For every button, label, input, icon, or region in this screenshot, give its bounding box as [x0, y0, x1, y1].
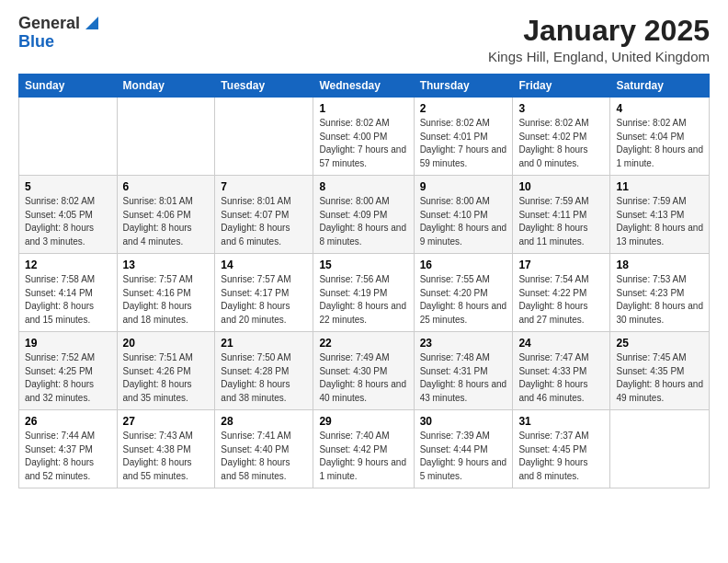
day-number: 6 [123, 180, 210, 193]
table-row: 27Sunrise: 7:43 AM Sunset: 4:38 PM Dayli… [117, 410, 215, 488]
svg-marker-0 [85, 17, 98, 29]
table-row: 28Sunrise: 7:41 AM Sunset: 4:40 PM Dayli… [215, 410, 313, 488]
day-info: Sunrise: 8:02 AM Sunset: 4:05 PM Dayligh… [25, 195, 111, 248]
table-row: 18Sunrise: 7:53 AM Sunset: 4:23 PM Dayli… [610, 254, 710, 332]
day-info: Sunrise: 7:57 AM Sunset: 4:17 PM Dayligh… [221, 273, 307, 327]
day-number: 18 [616, 259, 703, 271]
logo-blue: Blue [18, 32, 54, 51]
table-row [117, 98, 215, 176]
day-info: Sunrise: 7:49 AM Sunset: 4:30 PM Dayligh… [319, 351, 407, 405]
day-number: 7 [221, 180, 307, 193]
table-row: 2Sunrise: 8:02 AM Sunset: 4:01 PM Daylig… [414, 98, 513, 176]
day-info: Sunrise: 7:53 AM Sunset: 4:23 PM Dayligh… [616, 273, 703, 327]
day-number: 19 [25, 337, 111, 350]
table-row: 30Sunrise: 7:39 AM Sunset: 4:44 PM Dayli… [414, 410, 513, 488]
table-row: 10Sunrise: 7:59 AM Sunset: 4:11 PM Dayli… [513, 176, 610, 254]
table-row: 17Sunrise: 7:54 AM Sunset: 4:22 PM Dayli… [513, 254, 610, 332]
table-row: 11Sunrise: 7:59 AM Sunset: 4:13 PM Dayli… [610, 176, 710, 254]
day-number: 9 [420, 180, 507, 193]
header-friday: Friday [513, 75, 610, 98]
day-info: Sunrise: 7:54 AM Sunset: 4:22 PM Dayligh… [518, 273, 604, 327]
day-info: Sunrise: 8:02 AM Sunset: 4:04 PM Dayligh… [616, 117, 703, 170]
table-row [610, 410, 710, 488]
table-row: 14Sunrise: 7:57 AM Sunset: 4:17 PM Dayli… [215, 254, 313, 332]
calendar-week-row: 5Sunrise: 8:02 AM Sunset: 4:05 PM Daylig… [19, 176, 710, 254]
day-number: 21 [221, 337, 307, 350]
table-row: 5Sunrise: 8:02 AM Sunset: 4:05 PM Daylig… [19, 176, 118, 254]
day-number: 23 [420, 337, 507, 350]
day-number: 17 [518, 259, 604, 271]
day-number: 13 [123, 259, 210, 271]
day-info: Sunrise: 7:43 AM Sunset: 4:38 PM Dayligh… [123, 430, 210, 483]
day-info: Sunrise: 7:50 AM Sunset: 4:28 PM Dayligh… [221, 351, 307, 405]
table-row: 8Sunrise: 8:00 AM Sunset: 4:09 PM Daylig… [313, 176, 414, 254]
table-row: 1Sunrise: 8:02 AM Sunset: 4:00 PM Daylig… [313, 98, 414, 176]
header-thursday: Thursday [414, 75, 513, 98]
day-info: Sunrise: 8:02 AM Sunset: 4:02 PM Dayligh… [518, 117, 604, 170]
day-info: Sunrise: 7:51 AM Sunset: 4:26 PM Dayligh… [123, 351, 210, 405]
title-location: Kings Hill, England, United Kingdom [488, 49, 710, 64]
day-number: 31 [518, 415, 604, 428]
table-row: 26Sunrise: 7:44 AM Sunset: 4:37 PM Dayli… [19, 410, 118, 488]
page: General Blue January 2025 Kings Hill, En… [0, 0, 728, 503]
day-number: 12 [25, 259, 111, 271]
calendar-week-row: 12Sunrise: 7:58 AM Sunset: 4:14 PM Dayli… [19, 254, 710, 332]
day-info: Sunrise: 7:41 AM Sunset: 4:40 PM Dayligh… [221, 430, 307, 483]
day-number: 5 [25, 180, 111, 193]
day-info: Sunrise: 8:02 AM Sunset: 4:01 PM Dayligh… [420, 117, 507, 170]
day-number: 30 [420, 415, 507, 428]
day-number: 4 [616, 102, 703, 115]
table-row: 23Sunrise: 7:48 AM Sunset: 4:31 PM Dayli… [414, 332, 513, 410]
weekday-header-row: Sunday Monday Tuesday Wednesday Thursday… [19, 75, 710, 98]
day-number: 2 [420, 102, 507, 115]
day-number: 29 [319, 415, 407, 428]
table-row: 25Sunrise: 7:45 AM Sunset: 4:35 PM Dayli… [610, 332, 710, 410]
table-row: 15Sunrise: 7:56 AM Sunset: 4:19 PM Dayli… [313, 254, 414, 332]
table-row: 22Sunrise: 7:49 AM Sunset: 4:30 PM Dayli… [313, 332, 414, 410]
day-info: Sunrise: 8:01 AM Sunset: 4:07 PM Dayligh… [221, 195, 307, 248]
day-number: 3 [518, 102, 604, 115]
day-number: 16 [420, 259, 507, 271]
day-info: Sunrise: 8:01 AM Sunset: 4:06 PM Dayligh… [123, 195, 210, 248]
day-number: 22 [319, 337, 407, 350]
day-number: 20 [123, 337, 210, 350]
day-number: 15 [319, 259, 407, 271]
table-row: 19Sunrise: 7:52 AM Sunset: 4:25 PM Dayli… [19, 332, 118, 410]
day-info: Sunrise: 7:56 AM Sunset: 4:19 PM Dayligh… [319, 273, 407, 327]
day-number: 10 [518, 180, 604, 193]
day-number: 8 [319, 180, 407, 193]
header-sunday: Sunday [19, 75, 118, 98]
day-info: Sunrise: 8:02 AM Sunset: 4:00 PM Dayligh… [319, 117, 407, 170]
day-info: Sunrise: 7:40 AM Sunset: 4:42 PM Dayligh… [319, 430, 407, 483]
day-number: 14 [221, 259, 307, 271]
day-info: Sunrise: 7:59 AM Sunset: 4:13 PM Dayligh… [616, 195, 703, 248]
day-number: 26 [25, 415, 111, 428]
table-row: 9Sunrise: 8:00 AM Sunset: 4:10 PM Daylig… [414, 176, 513, 254]
day-info: Sunrise: 7:58 AM Sunset: 4:14 PM Dayligh… [25, 273, 111, 327]
table-row [215, 98, 313, 176]
table-row: 7Sunrise: 8:01 AM Sunset: 4:07 PM Daylig… [215, 176, 313, 254]
day-number: 25 [616, 337, 703, 350]
table-row [19, 98, 118, 176]
header-wednesday: Wednesday [313, 75, 414, 98]
day-info: Sunrise: 7:59 AM Sunset: 4:11 PM Dayligh… [518, 195, 604, 248]
day-info: Sunrise: 7:39 AM Sunset: 4:44 PM Dayligh… [420, 430, 507, 483]
day-number: 27 [123, 415, 210, 428]
calendar-table: Sunday Monday Tuesday Wednesday Thursday… [18, 74, 710, 488]
day-number: 28 [221, 415, 307, 428]
table-row: 16Sunrise: 7:55 AM Sunset: 4:20 PM Dayli… [414, 254, 513, 332]
table-row: 12Sunrise: 7:58 AM Sunset: 4:14 PM Dayli… [19, 254, 118, 332]
day-info: Sunrise: 7:37 AM Sunset: 4:45 PM Dayligh… [518, 430, 604, 483]
day-info: Sunrise: 8:00 AM Sunset: 4:09 PM Dayligh… [319, 195, 407, 248]
calendar-week-row: 19Sunrise: 7:52 AM Sunset: 4:25 PM Dayli… [19, 332, 710, 410]
calendar-week-row: 1Sunrise: 8:02 AM Sunset: 4:00 PM Daylig… [19, 98, 710, 176]
table-row: 21Sunrise: 7:50 AM Sunset: 4:28 PM Dayli… [215, 332, 313, 410]
table-row: 20Sunrise: 7:51 AM Sunset: 4:26 PM Dayli… [117, 332, 215, 410]
day-info: Sunrise: 7:57 AM Sunset: 4:16 PM Dayligh… [123, 273, 210, 327]
day-info: Sunrise: 7:44 AM Sunset: 4:37 PM Dayligh… [25, 430, 111, 483]
day-info: Sunrise: 7:45 AM Sunset: 4:35 PM Dayligh… [616, 351, 703, 405]
calendar-week-row: 26Sunrise: 7:44 AM Sunset: 4:37 PM Dayli… [19, 410, 710, 488]
table-row: 6Sunrise: 8:01 AM Sunset: 4:06 PM Daylig… [117, 176, 215, 254]
header-saturday: Saturday [610, 75, 710, 98]
day-info: Sunrise: 7:55 AM Sunset: 4:20 PM Dayligh… [420, 273, 507, 327]
